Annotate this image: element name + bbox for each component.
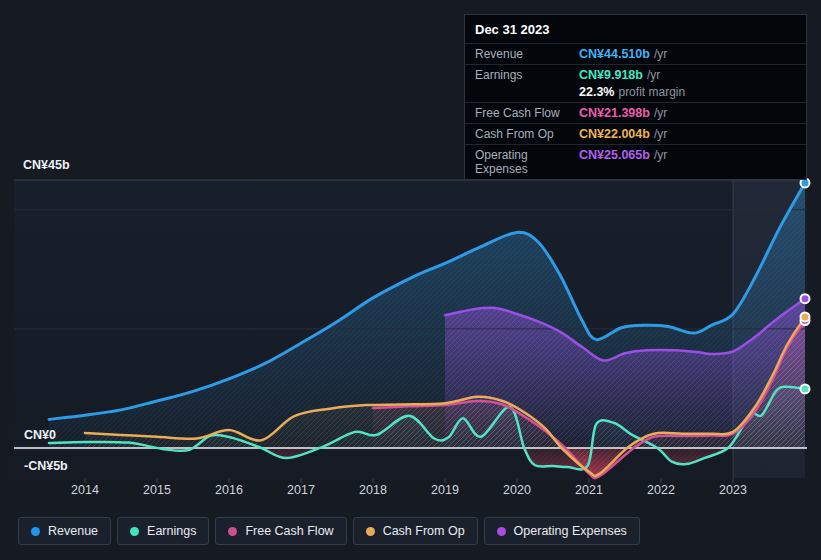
legend-dot-free-cash-flow xyxy=(228,527,237,536)
tooltip-value: CN¥21.398b/yr xyxy=(579,106,667,120)
x-axis-label-2014: 2014 xyxy=(71,483,99,497)
financial-history-chart: CN¥45b CN¥0 -CN¥5b 201420152016201720182… xyxy=(0,0,821,560)
tooltip-label: Revenue xyxy=(475,47,579,61)
legend-label: Operating Expenses xyxy=(514,524,627,538)
legend-item-operating-expenses[interactable]: Operating Expenses xyxy=(484,517,640,545)
x-axis-label-2020: 2020 xyxy=(503,483,531,497)
tooltip-label: Cash From Op xyxy=(475,127,579,141)
end-dot-earnings xyxy=(801,384,810,393)
x-axis-label-2016: 2016 xyxy=(215,483,243,497)
chart-legend: RevenueEarningsFree Cash FlowCash From O… xyxy=(18,517,640,545)
tooltip-label: Earnings xyxy=(475,68,579,82)
tooltip-label: Free Cash Flow xyxy=(475,106,579,120)
data-tooltip: Dec 31 2023 RevenueCN¥44.510b/yrEarnings… xyxy=(464,14,807,180)
legend-dot-cash-from-op xyxy=(366,527,375,536)
legend-dot-earnings xyxy=(130,527,139,536)
tooltip-date: Dec 31 2023 xyxy=(465,15,806,43)
x-axis-label-2021: 2021 xyxy=(575,483,603,497)
legend-dot-revenue xyxy=(31,527,40,536)
tooltip-row-revenue: RevenueCN¥44.510b/yr xyxy=(465,43,806,64)
tooltip-value: CN¥44.510b/yr xyxy=(579,47,667,61)
x-axis-label-2015: 2015 xyxy=(143,483,171,497)
legend-dot-operating-expenses xyxy=(497,527,506,536)
tooltip-row-operating-expenses: Operating ExpensesCN¥25.065b/yr xyxy=(465,144,806,179)
end-dot-operating-expenses xyxy=(801,294,810,303)
legend-label: Free Cash Flow xyxy=(245,524,333,538)
x-axis-label-2017: 2017 xyxy=(287,483,315,497)
legend-item-cash-from-op[interactable]: Cash From Op xyxy=(353,517,478,545)
tooltip-row-free-cash-flow: Free Cash FlowCN¥21.398b/yr xyxy=(465,102,806,123)
legend-item-revenue[interactable]: Revenue xyxy=(18,517,111,545)
tooltip-label: Operating Expenses xyxy=(475,148,579,176)
tooltip-value: CN¥9.918b/yr xyxy=(579,68,660,82)
legend-label: Cash From Op xyxy=(383,524,465,538)
legend-label: Earnings xyxy=(147,524,196,538)
tooltip-row-cash-from-op: Cash From OpCN¥22.004b/yr xyxy=(465,123,806,144)
x-axis-label-2022: 2022 xyxy=(647,483,675,497)
legend-item-earnings[interactable]: Earnings xyxy=(117,517,209,545)
x-axis-label-2018: 2018 xyxy=(359,483,387,497)
legend-label: Revenue xyxy=(48,524,98,538)
tooltip-value: CN¥25.065b/yr xyxy=(579,148,667,162)
tooltip-row-profit-margin: 22.3%profit margin xyxy=(465,85,806,102)
end-dot-cash-from-op xyxy=(801,312,810,321)
tooltip-row-earnings: EarningsCN¥9.918b/yr xyxy=(465,64,806,85)
x-axis-label-2023: 2023 xyxy=(719,483,747,497)
x-axis-label-2019: 2019 xyxy=(431,483,459,497)
legend-item-free-cash-flow[interactable]: Free Cash Flow xyxy=(215,517,346,545)
profit-margin-value: 22.3%profit margin xyxy=(579,85,685,99)
tooltip-value: CN¥22.004b/yr xyxy=(579,127,667,141)
